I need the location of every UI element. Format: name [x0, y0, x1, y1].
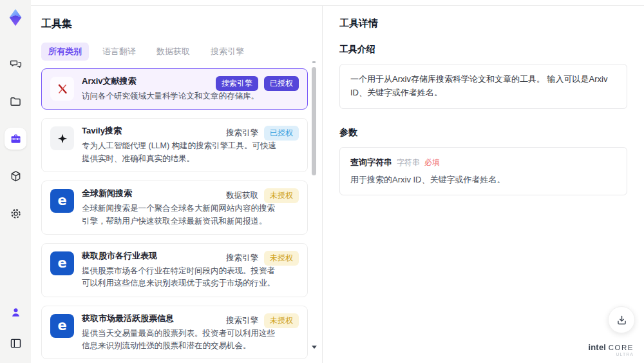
params-heading: 参数: [339, 127, 627, 139]
scrollbar-thumb[interactable]: [312, 67, 316, 175]
tool-badges: 搜索引擎未授权: [226, 251, 299, 266]
arxiv-icon: [50, 77, 74, 101]
panel-icon: [9, 337, 23, 350]
intro-heading: 工具介绍: [339, 44, 627, 55]
status-badge: 已授权: [264, 126, 299, 141]
status-badge: 已授权: [264, 76, 299, 91]
cube-icon: [9, 170, 23, 183]
status-badge: 未授权: [264, 251, 299, 266]
param-card: 查询字符串 字符串 必填 用于搜索的Arxiv ID、关键字或作者姓名。: [339, 147, 627, 195]
news-app-icon: e: [50, 189, 74, 213]
sidebar-item-files[interactable]: [5, 90, 26, 112]
news-app-icon: e: [50, 251, 74, 275]
tool-badges: 数据获取未授权: [226, 188, 299, 203]
category-tabs: 所有类别 语言翻译 数据获取 搜索引擎: [41, 43, 308, 61]
sidebar-item-models[interactable]: [5, 165, 26, 187]
tools-list-panel: 工具集 所有类别 语言翻译 数据获取 搜索引擎 Arxiv文献搜索访问各个研究领…: [31, 6, 322, 363]
news-app-icon: e: [50, 314, 74, 338]
details-title: 工具详情: [339, 17, 627, 30]
tab-search-engine[interactable]: 搜索引擎: [204, 43, 251, 61]
folder-icon: [9, 95, 23, 108]
toolbox-icon: [9, 132, 23, 146]
intro-text: 一个用于从Arxiv存储库搜索科学论文和文章的工具。 输入可以是Arxiv ID…: [339, 64, 627, 109]
gear-icon: [9, 207, 23, 221]
tab-data-fetch[interactable]: 数据获取: [149, 43, 197, 61]
tool-badges: 搜索引擎已授权: [226, 126, 299, 141]
tool-card[interactable]: Tavily搜索专为人工智能代理 (LLM) 构建的搜索引擎工具。可快速提供实时…: [41, 118, 308, 172]
tool-card[interactable]: Arxiv文献搜索访问各个研究领域大量科学论文和文章的存储库。搜索引擎已授权: [41, 68, 308, 110]
sidebar-item-chat[interactable]: [5, 53, 26, 75]
sidebar-rail: [0, 0, 31, 363]
tool-badges: 搜索引擎已授权: [216, 76, 299, 91]
scroll-up-icon[interactable]: [312, 61, 316, 63]
sidebar-nav: [5, 53, 26, 224]
user-icon: [9, 306, 23, 319]
sparkle-icon: [50, 126, 74, 150]
tool-list: Arxiv文献搜索访问各个研究领域大量科学论文和文章的存储库。搜索引擎已授权Ta…: [41, 68, 308, 363]
brand-tier: ultra: [588, 352, 634, 357]
brand-intel: intel: [588, 342, 606, 352]
tool-badges: 搜索引擎未授权: [226, 313, 299, 328]
list-scrollbar[interactable]: [312, 61, 316, 360]
param-head: 查询字符串 字符串 必填: [350, 157, 616, 168]
category-badge: 搜索引擎: [226, 253, 258, 264]
tool-card[interactable]: e全球新闻搜索全球新闻搜索是一个聚合全球各大新闻网站内容的搜索引擎，帮助用户快速…: [41, 181, 308, 235]
param-required-badge: 必填: [424, 157, 440, 168]
scroll-down-icon[interactable]: [312, 346, 317, 349]
main-content: 工具集 所有类别 语言翻译 数据获取 搜索引擎 Arxiv文献搜索访问各个研究领…: [31, 5, 644, 363]
page-title: 工具集: [41, 17, 308, 31]
download-icon: [616, 314, 628, 326]
app-window: 工具集 所有类别 语言翻译 数据获取 搜索引擎 Arxiv文献搜索访问各个研究领…: [0, 0, 644, 363]
intel-core-logo: intel core ultra: [588, 343, 634, 357]
status-badge: 未授权: [264, 188, 299, 203]
status-badge: 未授权: [264, 313, 299, 328]
tab-language-translation[interactable]: 语言翻译: [95, 43, 143, 61]
tool-description: 专为人工智能代理 (LLM) 构建的搜索引擎工具。可快速提供实时、准确和真实的结…: [82, 140, 283, 165]
tool-description: 提供股票市场各个行业在特定时间段内的表现。投资者可以利用这些信息来识别表现优于或…: [82, 265, 283, 290]
tool-details-panel: 工具详情 工具介绍 一个用于从Arxiv存储库搜索科学论文和文章的工具。 输入可…: [322, 6, 644, 363]
category-badge: 搜索引擎: [226, 128, 258, 139]
category-badge: 搜索引擎: [226, 315, 258, 326]
category-badge: 数据获取: [226, 190, 258, 201]
tool-description: 访问各个研究领域大量科学论文和文章的存储库。: [82, 90, 283, 103]
app-logo-icon: [6, 8, 25, 27]
tool-description: 全球新闻搜索是一个聚合全球各大新闻网站内容的搜索引擎，帮助用户快速获取全球最新资…: [82, 202, 283, 228]
sidebar-item-toolbox[interactable]: [5, 128, 26, 150]
sidebar-item-settings[interactable]: [5, 202, 26, 224]
category-badge: 搜索引擎: [216, 76, 258, 91]
tool-description: 提供当天交易量最高的股票列表。投资者可以利用这些信息来识别流动性强的股票和潜在的…: [82, 328, 283, 353]
tool-card[interactable]: e获取市场最活跃股票信息提供当天交易量最高的股票列表。投资者可以利用这些信息来识…: [41, 306, 308, 360]
sidebar-item-account[interactable]: [5, 301, 26, 323]
brand-core: core: [609, 344, 634, 351]
sidebar-item-collapse[interactable]: [5, 332, 26, 354]
download-button[interactable]: [608, 306, 635, 333]
param-desc: 用于搜索的Arxiv ID、关键字或作者姓名。: [350, 174, 616, 186]
tab-all-categories[interactable]: 所有类别: [41, 43, 89, 61]
sidebar-bottom: [5, 301, 26, 354]
tool-card[interactable]: e获取股市各行业表现提供股票市场各个行业在特定时间段内的表现。投资者可以利用这些…: [41, 243, 308, 297]
param-name: 查询字符串: [350, 157, 392, 168]
param-type: 字符串: [397, 157, 420, 168]
chat-icon: [9, 57, 23, 71]
